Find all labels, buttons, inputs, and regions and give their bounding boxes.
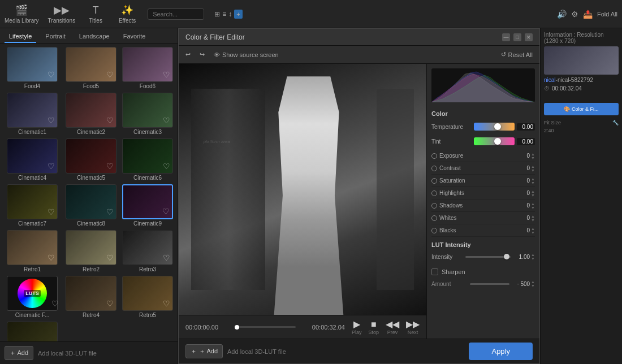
center-area: Color & Filter Editor — □ ✕ ↩ ↪ 👁 Show s… (178, 28, 540, 364)
video-controls: 00:00:00.00 00:00:32.04 ▶ Play ■ Stop (179, 315, 426, 339)
intensity-spin[interactable]: ▲▼ (531, 253, 535, 261)
progress-bar[interactable] (235, 326, 296, 328)
filter-retro5[interactable]: ♡ Retro5 (121, 276, 174, 318)
shadows-dot (431, 203, 437, 209)
filter-food6[interactable]: ♡ Food6 (121, 47, 174, 89)
filter-cinematic8[interactable]: ♡ Cinematic8 (64, 184, 118, 227)
tint-slider[interactable] (474, 137, 515, 145)
file-name: nical-nical-5822792 (544, 77, 619, 83)
whites-dot (431, 215, 437, 221)
fit-size-row: Fit Size 🔧 (544, 120, 619, 125)
add-media-icon[interactable]: + (234, 10, 242, 19)
bottom-bar: ＋ Add Add local 3D-LUT file (0, 341, 178, 364)
saturation-row: Saturation 0 ▲▼ (431, 175, 535, 187)
cfe-titlebar: Color & Filter Editor — □ ✕ (179, 29, 539, 46)
stop-button[interactable]: ■ (371, 319, 377, 330)
progress-indicator (235, 325, 239, 330)
redo-icon: ↪ (200, 51, 205, 58)
fold-all-button[interactable]: Fold All (597, 11, 617, 18)
contrast-spin[interactable]: ▲▼ (531, 164, 535, 172)
cfe-dialog: Color & Filter Editor — □ ✕ ↩ ↪ 👁 Show s… (178, 28, 540, 364)
blacks-dot (431, 228, 437, 233)
shadows-spin[interactable]: ▲▼ (531, 202, 535, 210)
lut-item[interactable]: LUTS ♡ Cinematic F... (3, 276, 61, 318)
filter-food5[interactable]: ♡ Food5 (64, 47, 118, 89)
intensity-handle[interactable] (504, 254, 509, 259)
blacks-spin[interactable]: ▲▼ (531, 227, 535, 235)
filter-cinematic5[interactable]: ♡ Cinematic5 (64, 138, 118, 181)
apply-button[interactable]: Apply (469, 343, 533, 360)
filter-retro2[interactable]: ♡ Retro2 (64, 230, 118, 272)
intensity-value: 1.00 (513, 254, 530, 260)
add-lut-button[interactable]: ＋ Add (5, 346, 33, 360)
add-lut-dialog-button[interactable]: ＋ ＋ Add (185, 344, 223, 358)
toolbar-transitions[interactable]: ▶▶ Transitions (48, 4, 76, 24)
temperature-slider[interactable] (474, 123, 515, 131)
saturation-dot (431, 178, 437, 184)
temperature-handle[interactable] (494, 123, 501, 130)
filter-cinematic1[interactable]: ♡ Cinematic1 (3, 93, 61, 135)
redo-button[interactable]: ↪ (200, 51, 205, 58)
toolbar-effects[interactable]: ✨ Effects (116, 4, 139, 24)
sort-icon[interactable]: ↕ (228, 10, 232, 18)
reset-icon: ↺ (501, 51, 506, 58)
filter-cinematic4[interactable]: ♡ Cinematic4 (3, 138, 61, 181)
whites-spin[interactable]: ▲▼ (531, 214, 535, 222)
tab-landscape[interactable]: Landscape (75, 31, 114, 43)
effects-icon: ✨ (121, 4, 133, 16)
filter-retro6[interactable]: ♡ Retro6 (3, 322, 61, 341)
titles-icon: T (93, 5, 99, 16)
filter-food4[interactable]: ♡ Food4 (3, 47, 61, 89)
filter-retro4[interactable]: ♡ Retro4 (64, 276, 118, 318)
saturation-spin[interactable]: ▲▼ (531, 177, 535, 185)
cfe-body: platform area 00:00:00.00 00:00:32.04 ▶ … (179, 64, 539, 339)
prev-button[interactable]: ◀◀ (386, 319, 399, 330)
resolution-info: Information : Resolution (1280 x 720) (544, 32, 619, 44)
color-filter-button[interactable]: 🎨 Color & Fi... (544, 103, 619, 115)
cfe-title: Color & Filter Editor (185, 33, 245, 41)
play-button[interactable]: ▶ (353, 319, 360, 330)
list-view-icon[interactable]: ≡ (222, 10, 226, 18)
filter-cinematic9[interactable]: ♡ Cinematic9 (121, 184, 174, 227)
show-source-button[interactable]: 👁 Show source screen (214, 51, 279, 58)
tab-favorite[interactable]: Favorite (119, 31, 150, 43)
tab-portrait[interactable]: Portrait (41, 31, 70, 43)
search-input[interactable] (148, 8, 204, 20)
filter-retro1[interactable]: ♡ Retro1 (3, 230, 61, 272)
exposure-dot (431, 153, 437, 159)
exposure-spin[interactable]: ▲▼ (531, 152, 535, 160)
video-preview: platform area 00:00:00.00 00:00:32.04 ▶ … (179, 64, 426, 339)
tab-lifestyle[interactable]: Lifestyle (5, 31, 36, 43)
highlights-spin[interactable]: ▲▼ (531, 189, 535, 197)
undo-button[interactable]: ↩ (185, 51, 191, 58)
toolbar-titles[interactable]: T Titles (84, 5, 107, 24)
export-icon[interactable]: 📤 (583, 10, 593, 19)
minimize-button[interactable]: — (502, 33, 510, 41)
play-ctrl: ▶ Play (352, 319, 362, 335)
tint-row: Tint 0.00 (431, 135, 535, 148)
filter-retro3[interactable]: ♡ Retro3 (121, 230, 174, 272)
undo-icon: ↩ (185, 51, 191, 58)
amount-spin[interactable]: ▲▼ (531, 280, 535, 288)
filter-cinematic7[interactable]: ♡ Cinematic7 (3, 184, 61, 227)
reset-all-button[interactable]: ↺ Reset All (501, 51, 533, 58)
filter-cinematic6[interactable]: ♡ Cinematic6 (121, 138, 174, 181)
intensity-slider[interactable] (465, 256, 511, 258)
grid-view-icon[interactable]: ⊞ (214, 10, 220, 18)
main-layout: Lifestyle Portrait Landscape Favorite ♡ … (0, 28, 622, 364)
maximize-button[interactable]: □ (513, 33, 521, 41)
next-button[interactable]: ▶▶ (406, 319, 420, 330)
temperature-value: 0.00 (517, 123, 535, 131)
color-section-title: Color (431, 110, 535, 117)
filter-cinematic3[interactable]: ♡ Cinematic3 (121, 93, 174, 135)
tint-handle[interactable] (494, 138, 501, 145)
toolbar-media-library[interactable]: 🎬 Media Library (5, 4, 39, 24)
settings-icon[interactable]: ⚙ (571, 10, 578, 19)
sharpen-checkbox[interactable] (431, 268, 438, 275)
filter-cinematic2[interactable]: ♡ Cinematic2 (64, 93, 118, 135)
amount-slider[interactable] (470, 283, 509, 285)
close-button[interactable]: ✕ (525, 33, 533, 41)
top-toolbar: 🎬 Media Library ▶▶ Transitions T Titles … (0, 0, 622, 28)
temperature-row: Temperature 0.00 (431, 120, 535, 133)
histogram (431, 68, 535, 102)
